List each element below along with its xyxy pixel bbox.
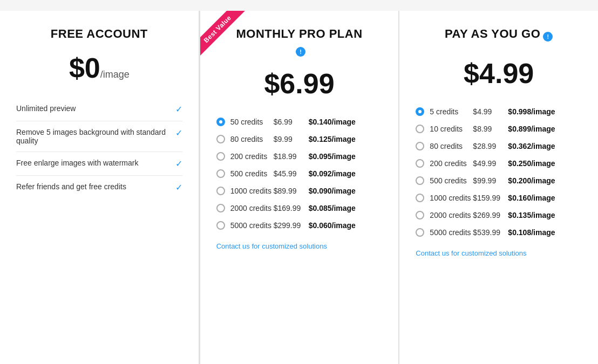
payg-radio-button[interactable] bbox=[416, 194, 424, 202]
check-icon: ✓ bbox=[175, 159, 182, 169]
pro-credit-price: $6.99 bbox=[274, 118, 309, 126]
payg-plan-price-area: $4.99 bbox=[416, 57, 582, 90]
payg-credit-row[interactable]: 5 credits$4.99$0.998/image bbox=[416, 103, 582, 120]
pro-credit-price: $89.99 bbox=[274, 187, 309, 195]
payg-credit-price: $8.99 bbox=[473, 125, 508, 133]
payg-radio-button[interactable] bbox=[416, 142, 424, 150]
payg-credit-per-image: $0.250/image bbox=[508, 159, 555, 168]
payg-credit-label: 200 credits bbox=[430, 159, 473, 168]
pricing-container: FREE ACCOUNT $0/image Unlimited preview✓… bbox=[0, 11, 598, 364]
pro-contact-link[interactable]: Contact us for customized solutions bbox=[216, 242, 383, 250]
payg-credit-per-image: $0.108/image bbox=[508, 228, 555, 237]
check-icon: ✓ bbox=[175, 182, 182, 193]
pro-credit-row[interactable]: 5000 credits$299.99$0.060/image bbox=[216, 217, 383, 234]
pro-radio-button[interactable] bbox=[216, 118, 225, 126]
pro-credit-label: 50 credits bbox=[230, 118, 274, 126]
payg-credit-per-image: $0.200/image bbox=[508, 176, 555, 185]
payg-credit-per-image: $0.135/image bbox=[508, 211, 555, 219]
pro-radio-button[interactable] bbox=[216, 169, 225, 178]
payg-credit-row[interactable]: 500 credits$99.99$0.200/image bbox=[416, 172, 582, 189]
pro-plan-column: Best Value MONTHLY PRO PLAN ! $6.99 50 c… bbox=[199, 11, 400, 364]
free-plan-price-area: $0/image bbox=[16, 52, 182, 84]
payg-credit-row[interactable]: 10 credits$8.99$0.899/image bbox=[416, 120, 582, 138]
pro-credit-row[interactable]: 2000 credits$169.99$0.085/image bbox=[216, 200, 383, 217]
payg-credit-row[interactable]: 2000 credits$269.99$0.135/image bbox=[416, 207, 582, 224]
payg-radio-button[interactable] bbox=[416, 176, 424, 185]
payg-credit-price: $539.99 bbox=[473, 228, 508, 237]
pro-plan-title: MONTHLY PRO PLAN bbox=[216, 27, 383, 41]
free-plan-column: FREE ACCOUNT $0/image Unlimited preview✓… bbox=[0, 11, 199, 364]
payg-plan-column: PAY AS YOU GO ! $4.99 5 credits$4.99$0.9… bbox=[399, 11, 598, 364]
payg-radio-button[interactable] bbox=[416, 159, 424, 168]
feature-text: Remove 5 images background with standard… bbox=[16, 128, 170, 145]
payg-credit-row[interactable]: 5000 credits$539.99$0.108/image bbox=[416, 224, 582, 241]
feature-item: Unlimited preview✓ bbox=[16, 98, 182, 121]
payg-credit-price: $159.99 bbox=[473, 194, 508, 202]
pro-plan-price: $6.99 bbox=[264, 68, 334, 99]
feature-text: Free enlarge images with watermark bbox=[16, 159, 138, 167]
feature-text: Unlimited preview bbox=[16, 104, 76, 113]
pro-radio-button[interactable] bbox=[216, 187, 225, 195]
pro-plan-price-area: $6.99 bbox=[216, 67, 383, 100]
pro-radio-button[interactable] bbox=[216, 152, 225, 161]
payg-title-row: PAY AS YOU GO ! bbox=[416, 27, 582, 46]
payg-credit-label: 10 credits bbox=[430, 125, 473, 133]
pro-credit-row[interactable]: 200 credits$18.99$0.095/image bbox=[216, 148, 383, 165]
payg-radio-button[interactable] bbox=[416, 125, 424, 133]
pro-credit-per-image: $0.140/image bbox=[309, 118, 356, 126]
pro-radio-button[interactable] bbox=[216, 135, 225, 143]
payg-credit-row[interactable]: 80 credits$28.99$0.362/image bbox=[416, 138, 582, 155]
payg-credit-per-image: $0.899/image bbox=[508, 125, 555, 133]
pro-info-row: ! bbox=[216, 46, 383, 57]
payg-radio-button[interactable] bbox=[416, 228, 424, 237]
payg-credit-label: 5000 credits bbox=[430, 228, 473, 237]
payg-credit-price: $49.99 bbox=[473, 159, 508, 168]
pro-credit-price: $18.99 bbox=[274, 152, 309, 161]
free-plan-price: $0 bbox=[69, 52, 100, 84]
pro-credit-label: 1000 credits bbox=[230, 187, 274, 195]
feature-item: Remove 5 images background with standard… bbox=[16, 121, 182, 152]
payg-info-icon[interactable]: ! bbox=[543, 32, 553, 42]
payg-credit-price: $4.99 bbox=[473, 107, 508, 116]
payg-plan-price: $4.99 bbox=[464, 58, 534, 89]
payg-radio-button[interactable] bbox=[416, 211, 424, 219]
pro-credit-per-image: $0.060/image bbox=[309, 221, 356, 230]
pro-credit-row[interactable]: 1000 credits$89.99$0.090/image bbox=[216, 182, 383, 200]
payg-credit-label: 1000 credits bbox=[430, 194, 473, 202]
payg-credit-rows: 5 credits$4.99$0.998/image10 credits$8.9… bbox=[416, 103, 582, 241]
payg-contact-link[interactable]: Contact us for customized solutions bbox=[416, 249, 582, 257]
pro-credit-price: $169.99 bbox=[274, 204, 309, 212]
pro-credit-price: $9.99 bbox=[274, 135, 309, 143]
free-plan-title: FREE ACCOUNT bbox=[16, 27, 182, 41]
payg-credit-per-image: $0.160/image bbox=[508, 194, 555, 202]
pro-radio-button[interactable] bbox=[216, 204, 225, 212]
pro-credit-label: 200 credits bbox=[230, 152, 274, 161]
payg-credit-price: $269.99 bbox=[473, 211, 508, 219]
pro-info-icon[interactable]: ! bbox=[296, 47, 305, 57]
payg-credit-row[interactable]: 1000 credits$159.99$0.160/image bbox=[416, 189, 582, 207]
payg-credit-row[interactable]: 200 credits$49.99$0.250/image bbox=[416, 155, 582, 172]
pro-credit-row[interactable]: 80 credits$9.99$0.125/image bbox=[216, 131, 383, 148]
pro-credit-per-image: $0.092/image bbox=[309, 169, 356, 178]
payg-credit-per-image: $0.362/image bbox=[508, 142, 555, 150]
free-plan-price-sub: /image bbox=[100, 69, 130, 80]
payg-credit-price: $28.99 bbox=[473, 142, 508, 150]
payg-plan-title: PAY AS YOU GO bbox=[445, 27, 540, 41]
pro-credit-label: 500 credits bbox=[230, 169, 274, 178]
payg-credit-label: 500 credits bbox=[430, 176, 473, 185]
pro-credit-price: $45.99 bbox=[274, 169, 309, 178]
pro-credit-label: 2000 credits bbox=[230, 204, 274, 212]
feature-text: Refer friends and get free credits bbox=[16, 182, 126, 191]
pro-credit-per-image: $0.085/image bbox=[309, 204, 356, 212]
pro-credit-row[interactable]: 50 credits$6.99$0.140/image bbox=[216, 113, 383, 131]
pro-credit-row[interactable]: 500 credits$45.99$0.092/image bbox=[216, 165, 383, 182]
pro-credit-label: 80 credits bbox=[230, 135, 274, 143]
pro-radio-button[interactable] bbox=[216, 221, 225, 230]
payg-radio-button[interactable] bbox=[416, 107, 424, 116]
payg-credit-label: 80 credits bbox=[430, 142, 473, 150]
check-icon: ✓ bbox=[175, 104, 182, 114]
pro-credit-rows: 50 credits$6.99$0.140/image80 credits$9.… bbox=[216, 113, 383, 234]
free-feature-list: Unlimited preview✓Remove 5 images backgr… bbox=[16, 98, 182, 199]
payg-credit-label: 5 credits bbox=[430, 107, 473, 116]
pro-credit-label: 5000 credits bbox=[230, 221, 274, 230]
